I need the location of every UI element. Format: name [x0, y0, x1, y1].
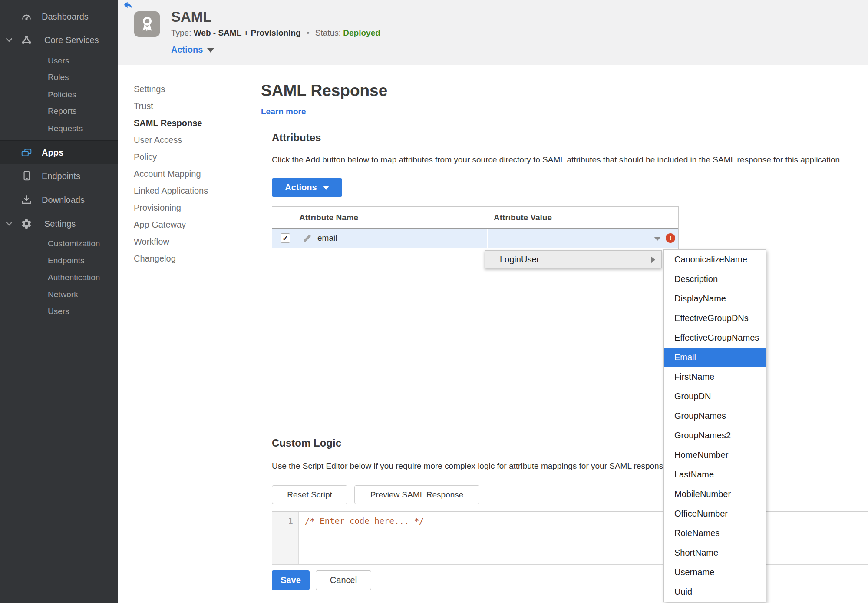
submenu-item-shortname[interactable]: ShortName [664, 543, 766, 563]
gauge-icon [21, 11, 32, 22]
sidebar-item-requests[interactable]: Requests [0, 120, 118, 137]
chevron-down-icon [323, 186, 329, 190]
sidebar-item-label: Endpoints [42, 171, 80, 181]
cell-divider [487, 229, 488, 248]
sidebar-item-label: Customization [48, 239, 100, 248]
header-actions-label: Actions [171, 45, 203, 54]
column-header-attribute-value: Attribute Value [494, 207, 552, 229]
sidebar-item-authentication[interactable]: Authentication [0, 269, 118, 286]
sidebar-item-network[interactable]: Network [0, 286, 118, 303]
submenu-item-lastname[interactable]: LastName [664, 465, 766, 484]
sidebar-item-customization[interactable]: Customization [0, 235, 118, 252]
sidebar-item-settings[interactable]: Settings [0, 215, 118, 232]
tab-user-access[interactable]: User Access [134, 132, 234, 149]
column-header-attribute-name: Attribute Name [299, 207, 358, 229]
sidebar-item-apps[interactable]: Apps [0, 140, 118, 164]
submenu-item-groupdn[interactable]: GroupDN [664, 387, 766, 406]
saml-app-icon [134, 11, 160, 37]
sidebar-item-endpoints-settings[interactable]: Endpoints [0, 252, 118, 269]
column-divider [294, 207, 294, 229]
chevron-down-icon[interactable] [6, 36, 13, 43]
editor-gutter: 1 [272, 512, 299, 564]
app-header: SAML Type: Web - SAML + Provisioning • S… [118, 0, 868, 65]
submenu-item-effectivegroupdns[interactable]: EffectiveGroupDNs [664, 308, 766, 328]
app-root: Dashboards Core Services Users Roles Pol… [0, 0, 868, 603]
sidebar-item-reports[interactable]: Reports [0, 103, 118, 120]
back-arrow-icon[interactable] [123, 1, 133, 10]
tab-changelog[interactable]: Changelog [134, 250, 234, 267]
sidebar-item-label: Endpoints [48, 256, 85, 265]
tab-policy[interactable]: Policy [134, 149, 234, 166]
sidebar-item-label: Core Services [44, 35, 99, 45]
submenu-item-rolenames[interactable]: RoleNames [664, 523, 766, 543]
tab-account-mapping[interactable]: Account Mapping [134, 166, 234, 182]
submenu-item-homenumber[interactable]: HomeNumber [664, 445, 766, 465]
sidebar-item-label: Apps [42, 147, 63, 157]
sidebar-item-endpoints[interactable]: Endpoints [0, 167, 118, 185]
app-meta: Type: Web - SAML + Provisioning • Status… [171, 28, 380, 38]
device-icon [21, 170, 32, 182]
submenu-item-officenumber[interactable]: OfficeNumber [664, 504, 766, 523]
submenu-item-effectivegroupnames[interactable]: EffectiveGroupNames [664, 328, 766, 348]
loginuser-submenu: CanonicalizeName Description DisplayName… [663, 249, 766, 602]
editor-code-text[interactable]: /* Enter code here... */ [305, 516, 424, 526]
learn-more-link[interactable]: Learn more [261, 107, 306, 116]
dropdown-item-loginuser[interactable]: LoginUser [500, 251, 539, 268]
row-checkbox[interactable]: ✓ [281, 233, 290, 243]
attribute-value-dropdown[interactable]: LoginUser [485, 250, 662, 268]
sidebar-item-policies[interactable]: Policies [0, 86, 118, 103]
tab-settings[interactable]: Settings [134, 81, 234, 98]
value-dropdown-caret-icon[interactable] [654, 237, 661, 241]
submenu-item-canonicalizename[interactable]: CanonicalizeName [664, 250, 766, 269]
sidebar-item-label: Users [48, 56, 69, 66]
tab-saml-response[interactable]: SAML Response [134, 115, 234, 132]
gear-icon [21, 218, 32, 229]
sidebar-item-label: Network [48, 290, 78, 299]
submenu-item-displayname[interactable]: DisplayName [664, 289, 766, 308]
sidebar-item-label: Roles [48, 73, 69, 82]
submenu-arrow-icon [651, 256, 655, 263]
tab-workflow[interactable]: Workflow [134, 233, 234, 250]
attributes-actions-button[interactable]: Actions [272, 178, 342, 197]
attributes-heading: Attributes [272, 132, 321, 144]
download-icon [21, 194, 32, 205]
attribute-name-value: email [317, 229, 337, 248]
submenu-item-username[interactable]: Username [664, 563, 766, 582]
attribute-row-email[interactable]: ✓ email ! [272, 229, 678, 248]
save-button[interactable]: Save [272, 570, 310, 590]
submenu-item-description[interactable]: Description [664, 269, 766, 289]
reset-script-button[interactable]: Reset Script [272, 485, 347, 504]
apps-icon [21, 147, 32, 158]
preview-saml-response-button[interactable]: Preview SAML Response [354, 485, 479, 504]
submenu-item-mobilenumber[interactable]: MobileNumber [664, 484, 766, 504]
sidebar-item-users[interactable]: Users [0, 52, 118, 70]
cancel-button[interactable]: Cancel [316, 570, 371, 590]
status-badge: Deployed [343, 28, 380, 37]
editor-line-number: 1 [288, 516, 293, 526]
tab-linked-applications[interactable]: Linked Applications [134, 182, 234, 199]
chevron-down-icon [207, 48, 214, 53]
submenu-item-groupnames2[interactable]: GroupNames2 [664, 426, 766, 445]
tab-app-gateway[interactable]: App Gateway [134, 216, 234, 233]
submenu-item-firstname[interactable]: FirstName [664, 367, 766, 387]
tab-provisioning[interactable]: Provisioning [134, 199, 234, 216]
custom-logic-description: Use the Script Editor below if you requi… [272, 461, 670, 471]
submenu-item-groupnames[interactable]: GroupNames [664, 406, 766, 426]
edit-pencil-icon[interactable] [302, 233, 313, 243]
sidebar-item-core-services[interactable]: Core Services [0, 31, 118, 49]
sidebar-item-users-settings[interactable]: Users [0, 303, 118, 320]
sidebar-item-downloads[interactable]: Downloads [0, 191, 118, 209]
app-config-subnav: Settings Trust SAML Response User Access… [134, 81, 234, 267]
meta-separator: • [307, 28, 310, 37]
submenu-item-email[interactable]: Email [664, 348, 766, 367]
type-value: Web - SAML + Provisioning [194, 28, 301, 37]
chevron-down-icon[interactable] [6, 220, 13, 227]
core-services-icon [21, 34, 32, 46]
script-editor[interactable]: 1 /* Enter code here... */ [272, 511, 868, 565]
sidebar-item-dashboards[interactable]: Dashboards [0, 8, 118, 25]
header-actions-menu[interactable]: Actions [171, 45, 214, 55]
tab-trust[interactable]: Trust [134, 98, 234, 115]
sidebar-item-roles[interactable]: Roles [0, 69, 118, 86]
submenu-item-uuid[interactable]: Uuid [664, 582, 766, 602]
sidebar-item-label: Dashboards [42, 12, 89, 22]
